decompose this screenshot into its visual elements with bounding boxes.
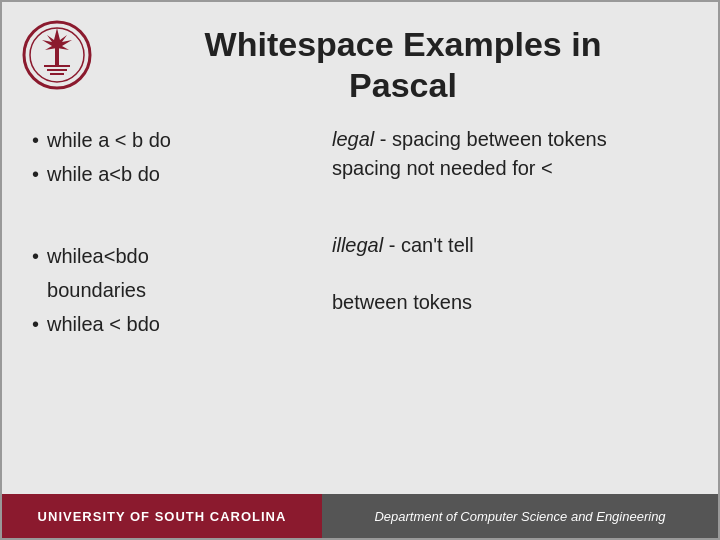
legal-group-3: between tokens xyxy=(332,291,688,314)
svg-rect-5 xyxy=(47,69,67,71)
legal-text-1: legal - spacing between tokens xyxy=(332,128,688,151)
slide-title: Whitespace Examples in Pascal xyxy=(108,24,698,106)
title-line1: Whitespace Examples in xyxy=(205,25,602,63)
bullet-item-1: • while a < b do xyxy=(32,126,312,154)
bullet-dot-1: • xyxy=(32,126,39,154)
title-line2: Pascal xyxy=(349,66,457,104)
bullet-text-5: whilea < bdo xyxy=(47,310,160,338)
legal-text-2: spacing not needed for < xyxy=(332,157,688,180)
bullet-dot-3: • xyxy=(32,242,39,270)
slide-title-area: Whitespace Examples in Pascal xyxy=(108,20,698,106)
svg-marker-2 xyxy=(42,28,72,50)
legal-italic-1: legal xyxy=(332,128,374,150)
illegal-rest-1: - can't tell xyxy=(383,234,474,256)
legal-group-2: illegal - can't tell xyxy=(332,234,688,257)
footer-university: UNIVERSITY OF SOUTH CAROLINA xyxy=(2,494,322,538)
legal-rest-1: - spacing between tokens xyxy=(374,128,606,150)
illegal-italic-1: illegal xyxy=(332,234,383,256)
between-tokens-text: between tokens xyxy=(332,291,688,314)
legal-group-1: legal - spacing between tokens spacing n… xyxy=(332,128,688,180)
bullet-text-1: while a < b do xyxy=(47,126,171,154)
content-area: • while a < b do • while a<b do • whilea… xyxy=(2,116,718,494)
bullet-dot-5: • xyxy=(32,310,39,338)
department-label: Department of Computer Science and Engin… xyxy=(374,509,665,524)
svg-rect-6 xyxy=(50,73,64,75)
footer: UNIVERSITY OF SOUTH CAROLINA Department … xyxy=(2,494,718,538)
logo xyxy=(22,20,92,90)
svg-rect-3 xyxy=(55,47,59,65)
slide: Whitespace Examples in Pascal • while a … xyxy=(0,0,720,540)
bullet-text-3: whilea<bdo xyxy=(47,242,149,270)
left-column: • while a < b do • while a<b do • whilea… xyxy=(32,126,312,484)
right-column: legal - spacing between tokens spacing n… xyxy=(332,126,688,484)
bullet-group-1: • while a < b do • while a<b do xyxy=(32,126,312,188)
bullet-item-4: • boundaries xyxy=(32,276,312,304)
top-bar: Whitespace Examples in Pascal xyxy=(2,2,718,116)
bullet-text-2: while a<b do xyxy=(47,160,160,188)
bullet-item-2: • while a<b do xyxy=(32,160,312,188)
illegal-text-1: illegal - can't tell xyxy=(332,234,688,257)
university-label: UNIVERSITY OF SOUTH CAROLINA xyxy=(38,509,287,524)
bullet-item-3: • whilea<bdo xyxy=(32,242,312,270)
bullet-group-2: • whilea<bdo • boundaries • whilea < bdo xyxy=(32,242,312,338)
footer-department: Department of Computer Science and Engin… xyxy=(322,494,718,538)
svg-rect-4 xyxy=(44,65,70,67)
bullet-dot-2: • xyxy=(32,160,39,188)
bullet-item-5: • whilea < bdo xyxy=(32,310,312,338)
bullet-text-4: boundaries xyxy=(47,276,146,304)
